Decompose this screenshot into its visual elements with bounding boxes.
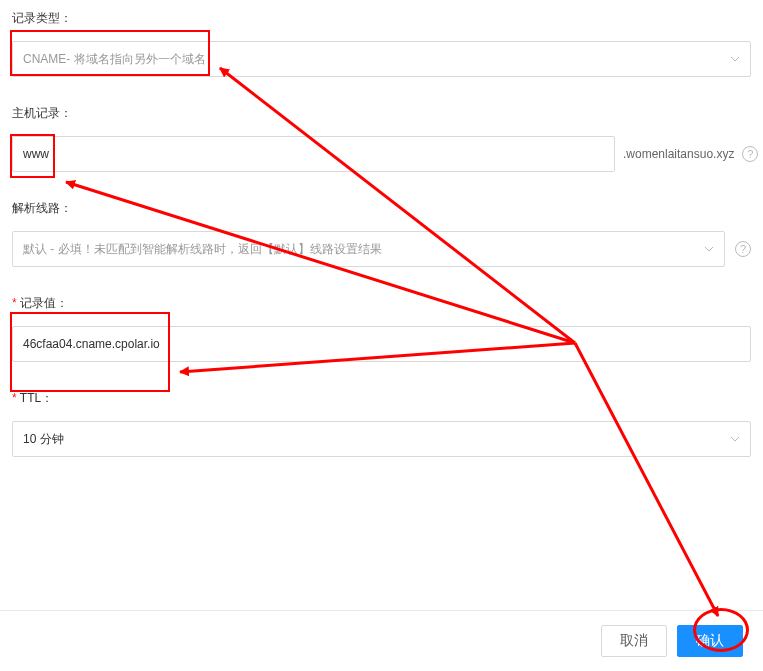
record-value-input[interactable]: 46cfaa04.cname.cpolar.io (12, 326, 751, 362)
resolve-line-label: 解析线路： (12, 200, 751, 217)
field-record-value: 记录值： 46cfaa04.cname.cpolar.io (12, 295, 751, 362)
field-ttl: TTL： 10 分钟 (12, 390, 751, 457)
field-record-type: 记录类型： CNAME- 将域名指向另外一个域名 (12, 10, 751, 77)
record-value-label: 记录值： (12, 295, 751, 312)
record-value-text: 46cfaa04.cname.cpolar.io (23, 337, 160, 351)
record-type-select[interactable]: CNAME- 将域名指向另外一个域名 (12, 41, 751, 77)
host-record-suffix: .womenlaitansuo.xyz (623, 147, 734, 161)
confirm-button[interactable]: 确认 (677, 625, 743, 657)
chevron-down-icon (730, 436, 740, 442)
ttl-value: 10 分钟 (23, 431, 64, 448)
ttl-label: TTL： (12, 390, 751, 407)
record-type-label: 记录类型： (12, 10, 751, 27)
field-resolve-line: 解析线路： 默认 - 必填！未匹配到智能解析线路时，返回【默认】线路设置结果 ? (12, 200, 751, 267)
resolve-line-value: 默认 - 必填！未匹配到智能解析线路时，返回【默认】线路设置结果 (23, 241, 382, 258)
help-icon[interactable]: ? (742, 146, 758, 162)
footer: 取消 确认 (0, 610, 763, 671)
record-type-value: CNAME- 将域名指向另外一个域名 (23, 51, 206, 68)
host-record-row: www .womenlaitansuo.xyz ? (12, 136, 751, 172)
resolve-line-select[interactable]: 默认 - 必填！未匹配到智能解析线路时，返回【默认】线路设置结果 (12, 231, 725, 267)
host-record-label: 主机记录： (12, 105, 751, 122)
chevron-down-icon (730, 56, 740, 62)
dns-record-form: 记录类型： CNAME- 将域名指向另外一个域名 主机记录： www .wome… (0, 0, 763, 457)
cancel-button[interactable]: 取消 (601, 625, 667, 657)
help-icon[interactable]: ? (735, 241, 751, 257)
chevron-down-icon (704, 246, 714, 252)
host-record-value: www (23, 147, 49, 161)
host-record-input[interactable]: www (12, 136, 615, 172)
field-host-record: 主机记录： www .womenlaitansuo.xyz ? (12, 105, 751, 172)
resolve-line-row: 默认 - 必填！未匹配到智能解析线路时，返回【默认】线路设置结果 ? (12, 231, 751, 267)
ttl-select[interactable]: 10 分钟 (12, 421, 751, 457)
